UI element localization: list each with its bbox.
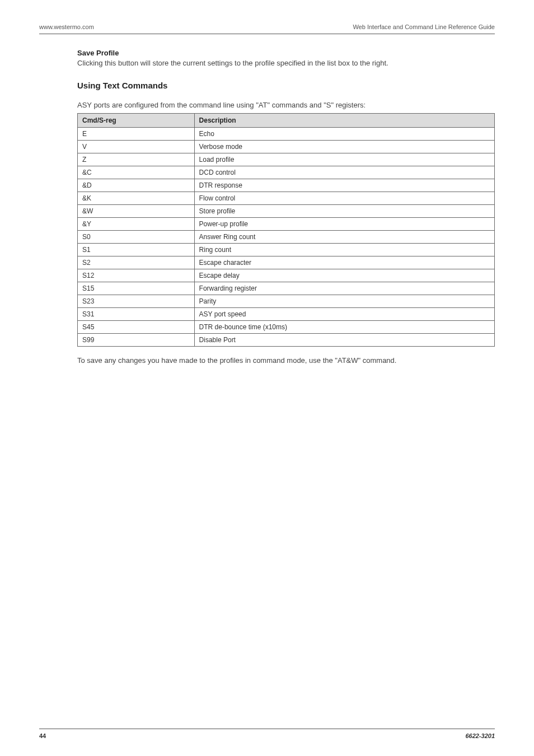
table-cell-cmd: &K [78, 192, 195, 205]
table-row: S2Escape character [78, 256, 495, 269]
table-cell-desc: Store profile [194, 205, 494, 218]
using-text-commands-intro: ASY ports are configured from the comman… [77, 100, 495, 110]
table-cell-cmd: S2 [78, 256, 195, 269]
table-cell-cmd: &Y [78, 218, 195, 231]
table-cell-desc: DCD control [194, 166, 494, 179]
table-cell-desc: Power-up profile [194, 218, 494, 231]
table-cell-cmd: &W [78, 205, 195, 218]
table-cell-desc: Forwarding register [194, 282, 494, 295]
table-row: S45DTR de-bounce time (x10ms) [78, 321, 495, 334]
table-cell-cmd: S0 [78, 231, 195, 244]
table-cell-cmd: Z [78, 153, 195, 166]
table-cell-cmd: S15 [78, 282, 195, 295]
table-row: &KFlow control [78, 192, 495, 205]
table-row: S12Escape delay [78, 269, 495, 282]
table-row: &DDTR response [78, 179, 495, 192]
table-cell-desc: Parity [194, 295, 494, 308]
table-cell-desc: DTR response [194, 179, 494, 192]
table-cell-desc: Answer Ring count [194, 231, 494, 244]
table-cell-cmd: V [78, 141, 195, 153]
table-cell-cmd: S45 [78, 321, 195, 334]
table-row: &WStore profile [78, 205, 495, 218]
table-row: VVerbose mode [78, 141, 495, 153]
header-url: www.westermo.com [39, 24, 94, 30]
table-cell-cmd: S23 [78, 295, 195, 308]
table-row: EEcho [78, 128, 495, 141]
table-row: &CDCD control [78, 166, 495, 179]
table-cell-desc: Disable Port [194, 334, 494, 347]
table-cell-cmd: S99 [78, 334, 195, 347]
header-guide-title: Web Interface and Command Line Reference… [353, 24, 495, 30]
page-footer: 44 6622-3201 [39, 729, 495, 739]
footer-page-number: 44 [39, 732, 46, 739]
table-header-cmd: Cmd/S-reg [78, 114, 195, 128]
table-cell-desc: Ring count [194, 244, 494, 256]
table-row: &YPower-up profile [78, 218, 495, 231]
table-cell-desc: Escape delay [194, 269, 494, 282]
table-cell-cmd: &C [78, 166, 195, 179]
table-cell-cmd: &D [78, 179, 195, 192]
using-text-commands-heading: Using Text Commands [77, 81, 495, 90]
table-row: S99Disable Port [78, 334, 495, 347]
save-profile-body: Clicking this button will store the curr… [77, 58, 495, 68]
cmd-sreg-table: Cmd/S-reg Description EEchoVVerbose mode… [77, 113, 495, 347]
table-row: S1Ring count [78, 244, 495, 256]
table-cell-desc: ASY port speed [194, 308, 494, 321]
table-header-desc: Description [194, 114, 494, 128]
table-cell-cmd: S12 [78, 269, 195, 282]
table-row: S31ASY port speed [78, 308, 495, 321]
table-cell-desc: Echo [194, 128, 494, 141]
table-row: S0Answer Ring count [78, 231, 495, 244]
table-row: S23Parity [78, 295, 495, 308]
footer-doc-id: 6622-3201 [465, 732, 495, 739]
using-text-commands-outro: To save any changes you have made to the… [77, 356, 495, 366]
table-row: ZLoad profile [78, 153, 495, 166]
page-header: www.westermo.com Web Interface and Comma… [39, 24, 495, 34]
table-cell-desc: Load profile [194, 153, 494, 166]
table-cell-cmd: E [78, 128, 195, 141]
table-cell-desc: DTR de-bounce time (x10ms) [194, 321, 494, 334]
save-profile-heading: Save Profile [77, 49, 495, 57]
page-content: Save Profile Clicking this button will s… [39, 34, 495, 729]
table-cell-desc: Verbose mode [194, 141, 494, 153]
table-cell-desc: Flow control [194, 192, 494, 205]
table-cell-desc: Escape character [194, 256, 494, 269]
table-cell-cmd: S1 [78, 244, 195, 256]
table-cell-cmd: S31 [78, 308, 195, 321]
table-row: S15Forwarding register [78, 282, 495, 295]
